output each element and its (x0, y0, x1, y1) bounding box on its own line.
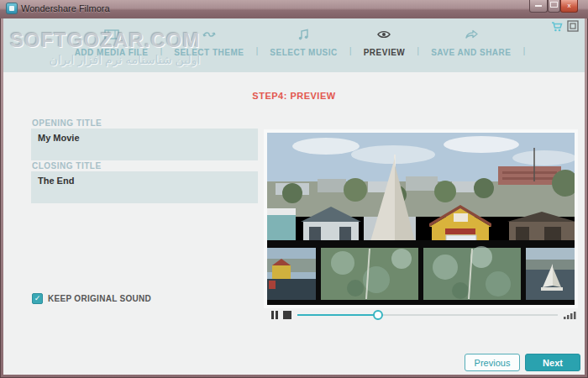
step-separator: | (160, 45, 162, 57)
keep-original-sound-row: ✓ KEEP ORIGINAL SOUND (32, 293, 151, 304)
wizard-header: ADD MEDIA FILE | SELECT THEME | (3, 18, 585, 72)
volume-icon[interactable] (563, 310, 576, 320)
filmstrip-frame-3[interactable] (423, 246, 521, 300)
step-label: SELECT THEME (174, 48, 244, 57)
step-select-theme[interactable]: SELECT THEME (174, 27, 244, 57)
step-preview[interactable]: PREVIEW (364, 27, 406, 57)
seek-fill (297, 314, 378, 316)
opening-title-input[interactable]: My Movie (31, 129, 258, 160)
filmstrip (267, 240, 575, 305)
minimize-icon (535, 5, 542, 7)
closing-title-input[interactable]: The End (31, 171, 258, 203)
step-label: SAVE AND SHARE (431, 48, 511, 57)
step-save-and-share[interactable]: SAVE AND SHARE (431, 27, 511, 57)
keep-original-sound-checkbox[interactable]: ✓ (32, 293, 43, 304)
stop-button[interactable] (283, 311, 291, 319)
pause-button[interactable] (271, 311, 278, 319)
page-title: STEP4: PREVIEW (3, 91, 585, 101)
minimize-button[interactable] (529, 0, 548, 13)
maximize-button[interactable] (548, 0, 560, 13)
brick-building (498, 166, 561, 185)
filmstrip-frame-4[interactable] (526, 248, 575, 300)
titlebar: Wondershare Filmora x (0, 0, 588, 18)
app-icon (7, 3, 17, 13)
step-separator: | (417, 45, 419, 57)
window-mode-icon[interactable] (567, 20, 579, 32)
keep-original-sound-label: KEEP ORIGINAL SOUND (48, 294, 151, 303)
step-label: SELECT MUSIC (270, 48, 337, 57)
video-preview[interactable] (267, 133, 575, 305)
step-select-music[interactable]: SELECT MUSIC (270, 27, 337, 57)
filmstrip-frame-2[interactable] (321, 248, 418, 300)
maximize-icon (550, 2, 558, 8)
shopping-cart-icon[interactable] (551, 21, 563, 33)
video-frame (267, 133, 575, 305)
film-icon (104, 27, 119, 42)
close-button[interactable]: x (560, 0, 578, 13)
eye-icon (376, 27, 391, 42)
opening-title-label: OPENING TITLE (32, 118, 102, 128)
client-area: ADD MEDIA FILE | SELECT THEME | (3, 18, 585, 375)
theme-swap-icon (202, 27, 217, 42)
seek-slider[interactable] (297, 314, 558, 316)
step-separator: | (255, 45, 258, 57)
wizard-steps: ADD MEDIA FILE | SELECT THEME | (3, 27, 585, 57)
step-add-media-file[interactable]: ADD MEDIA FILE (75, 27, 149, 57)
step-separator: | (349, 45, 352, 57)
step-label: PREVIEW (364, 48, 406, 57)
closing-title-label: CLOSING TITLE (32, 161, 102, 171)
filmstrip-frame-1[interactable] (267, 248, 316, 300)
music-note-icon (297, 27, 311, 42)
share-arrow-icon (464, 27, 479, 42)
check-icon: ✓ (34, 294, 41, 302)
window-title: Wondershare Filmora (21, 3, 110, 13)
filmora-window: Wondershare Filmora x ADD MEDIA FILE | (0, 0, 588, 378)
step-label: ADD MEDIA FILE (75, 48, 149, 57)
next-button[interactable]: Next (525, 354, 580, 371)
previous-button[interactable]: Previous (465, 354, 520, 371)
playback-controls (267, 308, 575, 322)
close-icon: x (568, 2, 571, 9)
step-separator: | (523, 45, 526, 57)
seek-handle[interactable] (373, 310, 383, 320)
